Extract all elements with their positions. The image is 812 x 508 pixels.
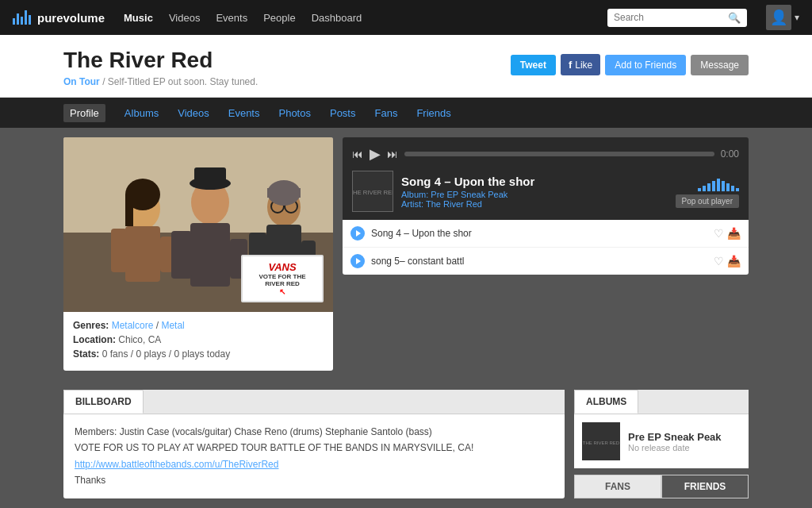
billboard-content: Members: Justin Case (vocals/guitar) Cha…: [63, 414, 565, 498]
svg-rect-5: [160, 237, 173, 272]
tab-fans[interactable]: Fans: [374, 107, 397, 119]
location-row: Location: Chico, CA: [73, 334, 324, 345]
search-input[interactable]: [614, 12, 725, 23]
song-1-title: Song 4 – Upon the shor: [371, 228, 707, 239]
album-title[interactable]: Pre EP Sneak Peak: [628, 431, 722, 443]
band-subtitle: On Tour / Self-Titled EP out soon. Stay …: [63, 76, 258, 87]
tab-photos[interactable]: Photos: [278, 107, 310, 119]
vans-vote-badge: VANS VOTE FOR THE RIVER RED ↖: [241, 255, 324, 302]
artist-name[interactable]: The River Red: [426, 199, 482, 209]
logo[interactable]: purevolume: [13, 10, 105, 25]
album-label: Album:: [401, 190, 428, 199]
band-header: The River Red On Tour / Self-Titled EP o…: [0, 35, 812, 98]
time-display: 0:00: [721, 148, 739, 160]
logo-text: purevolume: [37, 11, 105, 25]
bottom-section: BILLBOARD Members: Justin Case (vocals/g…: [0, 380, 812, 508]
genres-row: Genres: Metalcore / Metal: [73, 320, 324, 331]
svg-rect-13: [194, 167, 226, 187]
vans-logo: VANS: [251, 261, 314, 273]
nav-videos[interactable]: Videos: [169, 12, 201, 24]
svg-rect-7: [125, 194, 133, 226]
list-item: Song 4 – Upon the shor ♡ 📥: [343, 220, 749, 248]
search-area[interactable]: 🔍: [607, 9, 747, 27]
albums-content: THE RIVER RED Pre EP Sneak Peak No relea…: [574, 414, 749, 468]
billboard-thanks: Thanks: [75, 472, 553, 488]
song-2-actions: ♡ 📥: [714, 255, 741, 267]
add-to-friends-button[interactable]: Add to Friends: [605, 55, 686, 75]
list-item: THE RIVER RED Pre EP Sneak Peak No relea…: [582, 422, 741, 460]
search-icon[interactable]: 🔍: [728, 12, 741, 24]
progress-bar[interactable]: [404, 152, 714, 156]
like-button[interactable]: f Like: [561, 54, 600, 75]
cursor-icon: ↖: [279, 287, 285, 296]
play-song-2-button[interactable]: [350, 254, 365, 268]
billboard-tab-button[interactable]: BILLBOARD: [63, 390, 144, 414]
like-song-2-button[interactable]: ♡: [714, 255, 724, 267]
fans-tab-button[interactable]: FANS: [574, 475, 661, 498]
albums-tab-button[interactable]: ALBUMS: [574, 390, 638, 414]
rewind-button[interactable]: ⏮: [352, 148, 363, 160]
on-tour-badge: On Tour: [63, 76, 100, 87]
fast-forward-button[interactable]: ⏭: [387, 148, 398, 160]
tab-albums[interactable]: Albums: [124, 107, 159, 119]
tab-events[interactable]: Events: [228, 107, 260, 119]
download-song-2-button[interactable]: 📥: [727, 255, 741, 267]
tab-posts[interactable]: Posts: [330, 107, 356, 119]
friends-tab-button[interactable]: FRIENDS: [661, 475, 749, 498]
message-button[interactable]: Message: [691, 55, 749, 75]
svg-rect-3: [125, 226, 160, 282]
svg-text:THE RIVER RED: THE RIVER RED: [583, 441, 620, 445]
fans-stat: 0 fans: [102, 348, 128, 360]
pop-out-player-button[interactable]: Pop out player: [676, 194, 740, 208]
player-area: ⏮ ▶ ⏭ 0:00 THE RIVER RED Song 4 – Upon t…: [343, 137, 749, 220]
song-artist-row: Artist: The River Red: [401, 199, 668, 209]
left-panel: VANS VOTE FOR THE RIVER RED ↖ Genres: Me…: [63, 137, 333, 371]
tab-profile[interactable]: Profile: [63, 104, 105, 122]
play-button[interactable]: ▶: [370, 145, 381, 163]
band-info: Genres: Metalcore / Metal Location: Chic…: [63, 312, 333, 371]
nav-dashboard[interactable]: Dashboard: [312, 12, 362, 24]
genre-metal[interactable]: Metal: [161, 320, 184, 331]
song-title: Song 4 – Upon the shor: [401, 175, 668, 188]
avatar-dropdown-icon[interactable]: ▾: [795, 12, 799, 23]
location-label: Location:: [73, 334, 118, 345]
song-1-actions: ♡ 📥: [714, 227, 741, 240]
nav-music[interactable]: Music: [124, 12, 153, 24]
player-controls: ⏮ ▶ ⏭ 0:00: [352, 145, 739, 163]
right-panel: ⏮ ▶ ⏭ 0:00 THE RIVER RED Song 4 – Upon t…: [343, 137, 749, 371]
volume-area: Pop out player: [676, 175, 740, 208]
svg-rect-4: [111, 229, 127, 272]
play-song-1-button[interactable]: [350, 226, 365, 241]
album-thumbnail: THE RIVER RED: [582, 422, 620, 460]
albums-panel: ALBUMS THE RIVER RED Pre EP Sneak Peak N…: [574, 390, 749, 498]
artist-label: Artist:: [401, 199, 423, 209]
like-label: Like: [575, 60, 592, 71]
nav-people[interactable]: People: [263, 12, 295, 24]
location-value: Chico, CA: [118, 334, 161, 345]
band-tagline: /: [102, 76, 108, 87]
band-photo: VANS VOTE FOR THE RIVER RED ↖: [63, 137, 333, 312]
tweet-button[interactable]: Tweet: [511, 55, 556, 75]
fans-friends-tabs: FANS FRIENDS: [574, 475, 749, 498]
band-ep-text: Self-Titled EP out soon. Stay tuned.: [108, 76, 258, 87]
facebook-icon: f: [569, 59, 572, 71]
like-song-1-button[interactable]: ♡: [714, 227, 724, 240]
tab-videos[interactable]: Videos: [178, 107, 209, 119]
main-content: VANS VOTE FOR THE RIVER RED ↖ Genres: Me…: [0, 128, 812, 380]
avatar[interactable]: 👤: [766, 5, 791, 30]
current-song-info: THE RIVER RED Song 4 – Upon the shor Alb…: [352, 171, 739, 212]
album-date: No release date: [628, 443, 722, 452]
billboard-url[interactable]: http://www.battleofthebands.com/u/TheRiv…: [75, 459, 278, 470]
album-art: THE RIVER RED: [582, 422, 620, 460]
volume-bars[interactable]: [698, 175, 739, 191]
genre-metalcore[interactable]: Metalcore: [112, 320, 154, 331]
sub-navigation: Profile Albums Videos Events Photos Post…: [0, 98, 812, 128]
stats-label: Stats:: [73, 348, 102, 360]
user-avatar-area[interactable]: 👤 ▾: [766, 5, 799, 30]
download-song-1-button[interactable]: 📥: [727, 227, 741, 240]
tab-friends[interactable]: Friends: [416, 107, 450, 119]
plays-stat: 0 plays: [136, 348, 166, 360]
nav-events[interactable]: Events: [216, 12, 247, 24]
album-name[interactable]: Pre EP Sneak Peak: [431, 190, 508, 199]
svg-text:THE RIVER RED: THE RIVER RED: [353, 189, 393, 196]
